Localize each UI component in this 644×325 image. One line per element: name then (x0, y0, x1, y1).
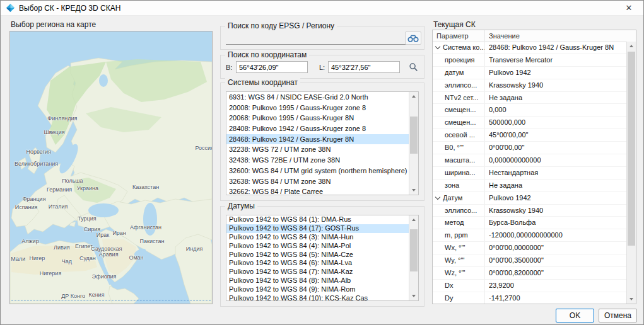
property-value: Нестандартная (484, 167, 626, 179)
list-item[interactable]: Pulkovo 1942 to WGS 84 (10): KCS-Kaz Cas (226, 294, 409, 300)
map-country-label: Нигерия (40, 270, 62, 277)
credo-logo-icon (6, 3, 15, 13)
property-row[interactable]: Wy, °'"0°00'00,3500000" (433, 254, 626, 267)
chevron-down-icon[interactable] (433, 42, 443, 54)
cs-list-group: Системы координат 6931: WGS 84 / NSIDC E… (220, 83, 424, 201)
table-scrollbar[interactable] (626, 42, 636, 304)
coord-search-group: Поиск по координатам B: L: (220, 55, 424, 79)
scroll-thumb[interactable] (628, 52, 635, 246)
property-value: 28468: Pulkovo 1942 / Gauss-Kruger 8N (484, 42, 626, 54)
map-country-label: Казахстан (132, 184, 159, 190)
property-name: Wz, °'" (443, 267, 484, 279)
scroll-up-icon[interactable] (409, 92, 418, 101)
list-item[interactable]: Pulkovo 1942 to WGS 84 (9): NIMA-Rom (226, 285, 409, 294)
list-item[interactable]: 28468: Pulkovo 1942 / Gauss-Kruger 8N (226, 134, 409, 145)
list-item[interactable]: 32238: WGS 72 / UTM zone 38N (226, 144, 409, 155)
map-country-label: Италия (49, 203, 68, 210)
property-name: проекция (443, 54, 484, 66)
cancel-button[interactable]: Отмена (599, 309, 637, 322)
property-value: Krassowsky 1940 (484, 205, 626, 217)
map-country-label: Индия (186, 246, 203, 252)
property-row[interactable]: Dy-141,2700 (433, 292, 626, 304)
property-row[interactable]: смещен...500000,000 (433, 117, 626, 129)
chevron-spacer (433, 117, 443, 128)
window-title: Выбор СК - КРЕДО 3D СКАН (19, 4, 120, 13)
datum-list: Pulkovo 1942 to WGS 84 (1): DMA-RusPulko… (226, 215, 419, 301)
scroll-up-icon[interactable] (627, 42, 636, 50)
scroll-up-icon[interactable] (409, 215, 418, 224)
property-value: 500000,000 (484, 117, 626, 128)
chevron-spacer (433, 254, 443, 266)
map-country-label: Норвегия (26, 149, 50, 155)
list-item[interactable]: Pulkovo 1942 to WGS 84 (8): NIMA-Alb (226, 277, 409, 285)
property-row[interactable]: ширина...Нестандартная (433, 167, 626, 180)
datum-list-scrollbar[interactable] (409, 215, 418, 300)
property-name: Dy (443, 292, 484, 304)
property-value: 0°00'00,3500000" (484, 254, 626, 266)
map-country-label: Польша (62, 178, 83, 184)
map-region-picker[interactable]: РоссияФинляндияШвецияНорвегияВеликобрита… (9, 31, 213, 304)
list-item[interactable]: 20068: Pulkovo 1995 / Gauss-Kruger 8N (226, 113, 409, 123)
property-row[interactable]: ДатумPulkovo 1942 (433, 192, 626, 205)
property-row[interactable]: m, ppm-120000,000000000000 (433, 229, 626, 242)
property-row[interactable]: эллипсо...Krassowsky 1940 (433, 79, 626, 92)
list-item[interactable]: 32638: WGS 84 / UTM zone 38N (226, 176, 409, 187)
list-item[interactable]: Pulkovo 1942 to WGS 84 (3): NIMA-Hun (226, 233, 409, 242)
longitude-label: L: (319, 64, 325, 71)
property-row[interactable]: эллипсо...Krassowsky 1940 (433, 205, 626, 217)
scroll-down-icon[interactable] (409, 186, 418, 195)
property-row[interactable]: NTv2 сет...Не задана (433, 92, 626, 105)
property-row[interactable]: Dx23,9200 (433, 280, 626, 292)
property-row[interactable]: смещен...0,000 (433, 104, 626, 117)
epsg-search-button[interactable] (405, 31, 421, 45)
ok-button[interactable]: OK (556, 309, 594, 322)
list-item[interactable]: Pulkovo 1942 to WGS 84 (4): NIMA-Pol (226, 242, 409, 251)
chevron-spacer (433, 167, 443, 179)
property-row[interactable]: проекцияTransverse Mercator (433, 54, 626, 67)
property-name: m, ppm (443, 229, 484, 241)
column-header-value: Значение (484, 30, 636, 42)
longitude-input[interactable] (328, 61, 400, 73)
property-value: 45°00'00,00" (484, 129, 626, 141)
property-row[interactable]: Wz, °'"0°00'00,8200000" (433, 267, 626, 280)
latitude-input[interactable] (236, 61, 308, 73)
list-item[interactable]: 6931: WGS 84 / NSIDC EASE-Grid 2.0 North (226, 92, 409, 103)
epsg-search-input[interactable] (226, 33, 407, 45)
property-row[interactable]: методБурса-Вольфа (433, 217, 626, 229)
list-item[interactable]: Pulkovo 1942 to WGS 84 (6): NIMA-Lva (226, 259, 409, 268)
property-name: ширина... (443, 167, 484, 179)
magnifier-icon (409, 62, 418, 72)
list-item[interactable]: Pulkovo 1942 to WGS 84 (7): NIMA-Kaz (226, 268, 409, 277)
close-button[interactable]: ✕ (619, 3, 638, 13)
scroll-thumb[interactable] (410, 117, 418, 154)
coord-search-label: Поиск по координатам (225, 50, 309, 59)
latitude-label: B: (226, 64, 232, 71)
list-item[interactable]: 20008: Pulkovo 1995 / Gauss-Kruger zone … (226, 103, 409, 113)
list-item[interactable]: Pulkovo 1942 to WGS 84 (17): GOST-Rus (226, 224, 409, 233)
scroll-down-icon[interactable] (409, 292, 418, 300)
chevron-down-icon[interactable] (433, 192, 443, 204)
property-row[interactable]: зонаНе задана (433, 180, 626, 192)
chevron-spacer (433, 54, 443, 66)
list-item[interactable]: 32438: WGS 72BE / UTM zone 38N (226, 155, 409, 166)
property-row[interactable]: B0, °'"0°00'00,00" (433, 142, 626, 154)
map-country-label: Алжир (21, 238, 38, 244)
list-item[interactable]: 32662: WGS 84 / Plate Carree (226, 186, 409, 195)
coord-search-button[interactable] (405, 60, 421, 74)
map-panel-label: Выбор региона на карте (11, 20, 96, 29)
list-item[interactable]: 28408: Pulkovo 1942 / Gauss-Kruger zone … (226, 123, 409, 134)
list-item[interactable]: 32600: WGS 84 / UTM grid system (norther… (226, 166, 409, 176)
property-row[interactable]: масшта...0,000000000000 (433, 154, 626, 167)
scroll-thumb[interactable] (410, 229, 418, 272)
list-item[interactable]: Pulkovo 1942 to WGS 84 (1): DMA-Rus (226, 215, 409, 224)
map-labels: РоссияФинляндияШвецияНорвегияВеликобрита… (10, 31, 212, 304)
property-row[interactable]: Система ко...28468: Pulkovo 1942 / Gauss… (433, 42, 626, 54)
cs-list-scrollbar[interactable] (409, 92, 418, 195)
property-row[interactable]: осевой ...45°00'00,00" (433, 129, 626, 142)
list-item[interactable]: Pulkovo 1942 to WGS 84 (5): NIMA-Cze (226, 251, 409, 259)
chevron-spacer (433, 217, 443, 229)
property-row[interactable]: датумPulkovo 1942 (433, 67, 626, 79)
chevron-spacer (433, 129, 443, 141)
property-row[interactable]: Wx, °'"0°00'00,0000000" (433, 242, 626, 254)
scroll-down-icon[interactable] (627, 295, 636, 304)
